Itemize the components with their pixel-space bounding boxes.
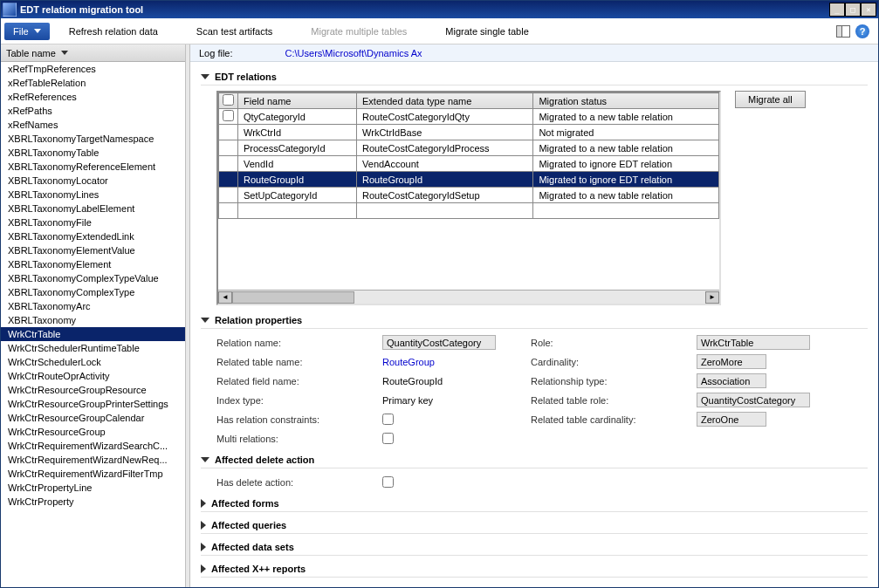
- relation-row[interactable]: WrkCtrIdWrkCtrIdBaseNot migrated: [219, 125, 719, 140]
- table-list-item[interactable]: XBRLTaxonomyComplexTypeValue: [1, 271, 185, 285]
- has-constraints-checkbox[interactable]: [382, 414, 394, 425]
- table-list-item[interactable]: WrkCtrRequirementWizardFilterTmp: [1, 467, 185, 481]
- table-list-item[interactable]: WrkCtrRouteOprActivity: [1, 369, 185, 383]
- table-list-item[interactable]: WrkCtrResourceGroupCalendar: [1, 411, 185, 425]
- table-list-item[interactable]: WrkCtrRequirementWizardNewReq...: [1, 453, 185, 467]
- row-checkbox[interactable]: [223, 110, 234, 121]
- sidebar-header[interactable]: Table name: [1, 44, 185, 62]
- table-list-item[interactable]: XBRLTaxonomyElementValue: [1, 243, 185, 257]
- table-list-item[interactable]: WrkCtrTable: [1, 327, 185, 341]
- title-bar: EDT relation migration tool _ □ ×: [1, 1, 878, 18]
- relationship-type-value[interactable]: Association: [697, 373, 766, 388]
- collapse-icon: [201, 543, 206, 551]
- table-list-item[interactable]: XBRLTaxonomyExtendedLink: [1, 229, 185, 243]
- table-list-item[interactable]: xRefTableRelation: [1, 76, 185, 90]
- migrate-multiple-tables: Migrate multiple tables: [292, 21, 426, 42]
- role-value[interactable]: WrkCtrTable: [697, 335, 810, 350]
- sidebar-header-label: Table name: [6, 48, 56, 58]
- collapse-icon: [201, 499, 206, 508]
- app-window: EDT relation migration tool _ □ × File R…: [0, 0, 879, 588]
- expand-icon: [201, 457, 209, 462]
- expand-icon: [201, 74, 209, 79]
- sidebar: Table name xRefTmpReferencesxRefTableRel…: [1, 44, 186, 587]
- affected-forms-header[interactable]: Affected forms: [201, 496, 868, 512]
- scroll-left-icon[interactable]: ◄: [218, 291, 232, 304]
- affected-queries-header[interactable]: Affected queries: [201, 517, 868, 534]
- table-list-item[interactable]: xRefReferences: [1, 90, 185, 104]
- table-list-item[interactable]: WrkCtrResourceGroup: [1, 425, 185, 439]
- table-list-item[interactable]: XBRLTaxonomyArc: [1, 299, 185, 313]
- cell-status: Migrated to a new table relation: [533, 109, 719, 125]
- scan-test-artifacts[interactable]: Scan test artifacts: [177, 21, 292, 42]
- table-list-item[interactable]: XBRLTaxonomyLocator: [1, 174, 185, 188]
- table-list-item[interactable]: XBRLTaxonomy: [1, 313, 185, 327]
- table-list-item[interactable]: XBRLTaxonomyTargetNamespace: [1, 132, 185, 146]
- chevron-down-icon: [34, 29, 41, 33]
- table-list-item[interactable]: WrkCtrProperty: [1, 495, 185, 509]
- scroll-right-icon[interactable]: ►: [705, 291, 719, 304]
- table-list-item[interactable]: xRefTmpReferences: [1, 62, 185, 76]
- relation-row[interactable]: RouteGroupIdRouteGroupIdMigrated to igno…: [219, 172, 719, 188]
- table-list[interactable]: xRefTmpReferencesxRefTableRelationxRefRe…: [1, 62, 185, 587]
- file-menu[interactable]: File: [4, 23, 50, 40]
- table-list-item[interactable]: WrkCtrPropertyLine: [1, 481, 185, 495]
- migrate-all-button[interactable]: Migrate all: [735, 91, 806, 108]
- affected-data-sets-header[interactable]: Affected data sets: [201, 539, 868, 556]
- minimize-button[interactable]: _: [829, 3, 845, 17]
- table-list-item[interactable]: xRefPaths: [1, 104, 185, 118]
- affected-xpp-reports-header[interactable]: Affected X++ reports: [201, 561, 868, 578]
- table-list-item[interactable]: WrkCtrResourceGroupResource: [1, 383, 185, 397]
- has-delete-action-checkbox[interactable]: [382, 476, 394, 488]
- table-list-item[interactable]: WrkCtrSchedulerLock: [1, 355, 185, 369]
- layout-icon[interactable]: [836, 25, 850, 38]
- related-table-role-value[interactable]: QuantityCostCategory: [697, 393, 810, 407]
- multi-relations-label: Multi relations:: [216, 434, 382, 444]
- window-title: EDT relation migration tool: [20, 4, 829, 15]
- related-table-link[interactable]: RouteGroup: [382, 357, 435, 367]
- scroll-thumb[interactable]: [232, 291, 354, 304]
- collapse-icon: [201, 564, 206, 573]
- section-title: Affected data sets: [211, 542, 294, 552]
- relation-row[interactable]: ProcessCategoryIdRouteCostCategoryIdProc…: [219, 140, 719, 156]
- col-edt-name[interactable]: Extended data type name: [357, 93, 533, 109]
- table-list-item[interactable]: xRefNames: [1, 118, 185, 132]
- table-list-item[interactable]: WrkCtrSchedulerRuntimeTable: [1, 341, 185, 355]
- cardinality-value[interactable]: ZeroMore: [697, 354, 766, 369]
- cell-field: RouteGroupId: [238, 172, 357, 188]
- table-list-item[interactable]: XBRLTaxonomyReferenceElement: [1, 160, 185, 174]
- table-list-item[interactable]: XBRLTaxonomyTable: [1, 146, 185, 160]
- relation-row[interactable]: SetUpCategoryIdRouteCostCategoryIdSetupM…: [219, 188, 719, 203]
- table-list-item[interactable]: XBRLTaxonomyLines: [1, 188, 185, 202]
- relations-grid[interactable]: Field name Extended data type name Migra…: [216, 91, 721, 305]
- close-button[interactable]: ×: [861, 3, 876, 17]
- relation-row[interactable]: QtyCategoryIdRouteCostCategoryIdQtyMigra…: [219, 109, 719, 125]
- table-list-item[interactable]: XBRLTaxonomyElement: [1, 257, 185, 271]
- edt-relations-header[interactable]: EDT relations: [201, 69, 868, 85]
- table-list-item[interactable]: XBRLTaxonomyComplexType: [1, 285, 185, 299]
- col-migration-status[interactable]: Migration status: [533, 93, 719, 109]
- related-table-cardinality-value[interactable]: ZeroOne: [697, 412, 766, 427]
- log-file-path[interactable]: C:\Users\Microsoft\Dynamics Ax: [285, 48, 422, 58]
- table-list-item[interactable]: WrkCtrResourceGroupPrinterSettings: [1, 397, 185, 411]
- grid-hscroll[interactable]: ◄ ►: [218, 290, 719, 304]
- related-table-cardinality-label: Related table cardinality:: [531, 414, 697, 425]
- table-list-item[interactable]: XBRLTaxonomyLabelElement: [1, 202, 185, 215]
- select-all-checkbox[interactable]: [223, 94, 234, 106]
- table-list-item[interactable]: WrkCtrRequirementWizardSearchC...: [1, 439, 185, 453]
- help-icon[interactable]: ?: [855, 24, 869, 38]
- multi-relations-checkbox[interactable]: [382, 433, 394, 444]
- section-title: Affected queries: [211, 520, 286, 530]
- col-field-name[interactable]: Field name: [238, 93, 357, 109]
- cell-edt: WrkCtrIdBase: [357, 125, 533, 140]
- table-list-item[interactable]: XBRLTaxonomyFile: [1, 215, 185, 229]
- maximize-button[interactable]: □: [845, 3, 861, 17]
- relation-row[interactable]: VendIdVendAccountMigrated to ignore EDT …: [219, 156, 719, 172]
- app-icon: [3, 3, 17, 17]
- relation-properties-header[interactable]: Relation properties: [201, 312, 868, 329]
- section-title: Relation properties: [215, 315, 302, 325]
- refresh-relation-data[interactable]: Refresh relation data: [50, 21, 177, 42]
- relation-name-value[interactable]: QuantityCostCategory: [382, 335, 496, 350]
- migrate-single-table[interactable]: Migrate single table: [426, 21, 547, 42]
- affected-delete-action-header[interactable]: Affected delete action: [201, 452, 868, 468]
- related-field-value: RouteGroupId: [382, 376, 443, 386]
